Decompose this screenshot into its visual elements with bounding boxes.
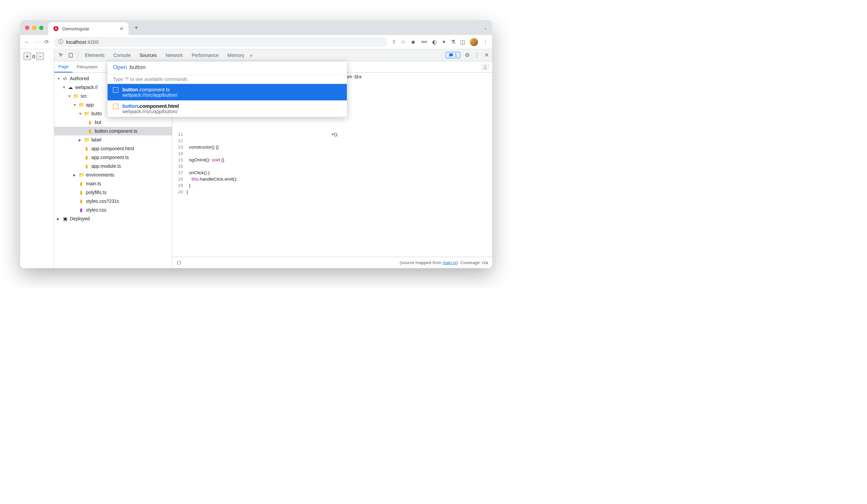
device-icon[interactable] [67, 53, 75, 58]
side-panel-icon[interactable]: ◫ [460, 39, 465, 45]
inspect-icon[interactable] [58, 53, 65, 58]
message-count: 1 [455, 53, 457, 58]
palette-item-selected[interactable]: ◦ button.component.ts webpack:///src/app… [108, 84, 347, 100]
devtools-panel: Elements Console Sources Network Perform… [54, 49, 492, 268]
sources-panel: Page Filesystem ⋮ ▼‹/›Authored ▼☁webpack… [54, 61, 492, 268]
sidebar-tab-filesystem[interactable]: Filesystem [73, 61, 101, 73]
source-map-link[interactable]: main.js [442, 260, 457, 265]
titlebar: DemoAngular ✕ + ⌄ [20, 20, 492, 35]
tab-console[interactable]: Console [110, 49, 134, 61]
extension-icon-1[interactable]: 👓 [421, 39, 427, 45]
counter-widget: + 0 - [24, 53, 51, 60]
tab-performance[interactable]: Performance [188, 49, 222, 61]
tree-app-html[interactable]: ▮app.component.html [54, 144, 172, 153]
tree-button-html[interactable]: ▮but [54, 118, 172, 127]
tree-styles-q[interactable]: ▮styles.css?231c [54, 197, 172, 206]
coverage-text: Coverage: n/a [460, 260, 488, 265]
url-port: :4200 [86, 39, 99, 45]
command-palette: Open button Type '?' to see available co… [108, 61, 347, 117]
toolbar-icons: ⇧ ☆ ☻ 👓 ◐ ✦ ⚗ ◫ ⋮ [392, 38, 488, 46]
extensions-icon[interactable]: ✦ [442, 39, 446, 45]
file-icon: ◦ [113, 87, 118, 92]
site-info-icon[interactable]: ⓘ [58, 39, 63, 45]
palette-open-label: Open [113, 64, 127, 71]
svg-rect-0 [69, 53, 73, 57]
forward-button[interactable]: → [34, 39, 40, 45]
tree-app-ts[interactable]: ▮app.component.ts [54, 153, 172, 162]
decrement-button[interactable]: - [36, 53, 44, 60]
file-icon: ◦ [113, 104, 118, 109]
profile-avatar[interactable] [470, 38, 478, 46]
star-icon[interactable]: ☆ [401, 39, 406, 45]
tree-label-folder[interactable]: ▶📁label [54, 135, 172, 144]
tree-deployed[interactable]: ▶▣Deployed [54, 214, 172, 223]
palette-input-row: Open button [108, 61, 347, 74]
traffic-lights [25, 25, 43, 30]
address-bar: ← → ⟳ ⓘ localhost:4200 ⇧ ☆ ☻ 👓 ◐ ✦ ⚗ ◫ ⋮ [20, 35, 492, 49]
source-mapped-text: (source mapped from main.js) [400, 260, 458, 265]
tab-network[interactable]: Network [162, 49, 186, 61]
palette-hint: Type '?' to see available commands [108, 74, 347, 84]
dock-icon[interactable]: ◫ [482, 64, 489, 70]
new-tab-button[interactable]: + [135, 24, 139, 32]
pretty-print-button[interactable]: {} [176, 260, 182, 265]
message-count-badge[interactable]: 1 [446, 52, 460, 58]
counter-value: 0 [32, 54, 36, 59]
tree-main-ts[interactable]: ▮main.ts [54, 179, 172, 188]
content-area: + 0 - Elements Console Sources Network P… [20, 49, 492, 268]
settings-icon[interactable]: ⚙ [465, 52, 470, 58]
extension-icon-2[interactable]: ◐ [432, 39, 437, 45]
page-body: + 0 - [20, 49, 54, 268]
tab-memory[interactable]: Memory [224, 49, 248, 61]
chrome-menu-icon[interactable]: ⋮ [483, 39, 488, 45]
tabs-dropdown-button[interactable]: ⌄ [484, 25, 488, 30]
tree-polyfills[interactable]: ▮polyfills.ts [54, 188, 172, 197]
browser-window: DemoAngular ✕ + ⌄ ← → ⟳ ⓘ localhost:4200… [20, 20, 492, 268]
url-host: localhost [66, 39, 86, 45]
window-maximize-button[interactable] [39, 25, 43, 30]
window-close-button[interactable] [25, 25, 29, 30]
angular-icon [53, 25, 59, 32]
separator [78, 52, 78, 59]
reload-button[interactable]: ⟳ [44, 39, 49, 45]
tab-elements[interactable]: Elements [82, 49, 108, 61]
labs-icon[interactable]: ⚗ [451, 39, 456, 45]
more-tabs-icon[interactable]: » [250, 53, 253, 58]
tree-app-module[interactable]: ▮app.module.ts [54, 162, 172, 171]
tab-sources[interactable]: Sources [136, 49, 160, 61]
back-button[interactable]: ← [24, 39, 30, 45]
sidebar-tab-page[interactable]: Page [54, 61, 73, 73]
tree-styles[interactable]: ▮styles.css [54, 206, 172, 214]
share-icon[interactable]: ⇧ [392, 39, 396, 45]
tab-close-button[interactable]: ✕ [120, 26, 124, 31]
browser-tab[interactable]: DemoAngular ✕ [48, 22, 128, 35]
devtools-tabs: Elements Console Sources Network Perform… [54, 49, 492, 61]
window-minimize-button[interactable] [32, 25, 36, 30]
omnibox[interactable]: ⓘ localhost:4200 [54, 37, 387, 47]
editor-pane: ◫ 11 [172, 61, 492, 268]
close-devtools-button[interactable]: ✕ [484, 52, 489, 58]
palette-item[interactable]: ◦ button.component.html webpack:///src/a… [108, 100, 347, 117]
incognito-icon[interactable]: ☻ [410, 39, 416, 45]
editor-footer: {} (source mapped from main.js) Coverage… [172, 257, 492, 268]
palette-query[interactable]: button [130, 64, 146, 71]
devtools-menu-icon[interactable]: ⋮ [474, 52, 480, 58]
tab-title: DemoAngular [62, 26, 89, 31]
tree-button-ts[interactable]: ▮button.component.ts [54, 127, 172, 135]
increment-button[interactable]: + [24, 53, 31, 60]
tree-environments[interactable]: ▶📁environments [54, 171, 172, 179]
